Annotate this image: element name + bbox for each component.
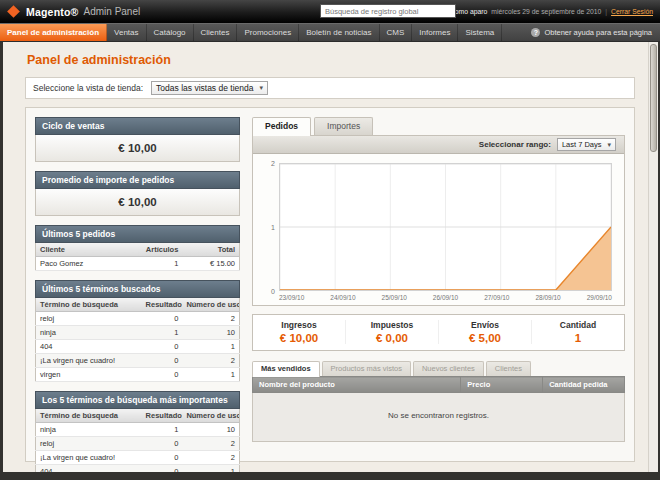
- last-orders-table: ClienteArtículosTotal Paco Gomez1€ 15.00: [35, 243, 240, 271]
- stat-label: Envíos: [439, 320, 531, 330]
- window-frame-bottom: [0, 472, 660, 480]
- last-search-terms-panel: Últimos 5 términos buscados Término de b…: [35, 280, 240, 382]
- logout-link[interactable]: Cerrar Sesión: [611, 8, 653, 15]
- products-table: Nombre del productoPrecioCantidad pedida…: [252, 376, 625, 442]
- x-axis-label: 24/09/10: [330, 294, 355, 301]
- stat-label: Impuestos: [346, 320, 438, 330]
- nav-item-informes[interactable]: Informes: [412, 24, 458, 41]
- store-view-select[interactable]: Todas las vistas de tienda ▾: [151, 81, 268, 95]
- dashboard-left-column: Ciclo de ventas € 10,00 Promedio de impo…: [35, 117, 240, 452]
- page-title: Panel de administración: [27, 53, 635, 67]
- chart-toolbar: Seleccionar rango: Last 7 Days ▾: [253, 136, 624, 154]
- range-label: Seleccionar rango:: [479, 140, 551, 149]
- dropdown-arrow-icon: ▾: [607, 141, 611, 149]
- session-info: Accedió como aparo miércoles 29 de septi…: [425, 8, 653, 15]
- divider: |: [605, 8, 607, 15]
- y-axis-label: 0: [260, 288, 275, 295]
- lifetime-sales-panel: Ciclo de ventas € 10,00: [35, 117, 240, 162]
- column-header: Total: [182, 243, 239, 257]
- last-orders-panel: Últimos 5 pedidos ClienteArtículosTotal …: [35, 225, 240, 271]
- column-header: Artículos: [138, 243, 183, 257]
- stat-value: € 0,00: [346, 332, 438, 344]
- table-row: ¡La virgen que cuadro!02: [36, 451, 240, 465]
- nav-item-bolet-n-de-noticias[interactable]: Boletín de noticias: [299, 24, 379, 41]
- store-view-bar: Seleccione la vista de tienda: Todas las…: [25, 77, 635, 99]
- tab-productos-m-s-vistos[interactable]: Productos más vistos: [322, 361, 411, 376]
- tab-clientes[interactable]: Clientes: [486, 361, 531, 376]
- column-header: Número de usos: [182, 298, 239, 312]
- stat-value: € 5,00: [439, 332, 531, 344]
- global-search-input[interactable]: [320, 4, 456, 18]
- dashboard-card: Ciclo de ventas € 10,00 Promedio de impo…: [25, 107, 635, 462]
- main-nav: Panel de administraciónVentasCatálogoCli…: [0, 23, 660, 42]
- table-row: reloj02: [36, 312, 240, 326]
- nav-item-panel-de-administraci-n[interactable]: Panel de administración: [0, 24, 107, 41]
- column-header: Resultados: [142, 298, 183, 312]
- stat-ingresos: Ingresos€ 10,00: [253, 320, 345, 344]
- y-axis-label: 2: [260, 160, 275, 167]
- scrollbar-thumb[interactable]: [650, 44, 657, 152]
- tab-pedidos[interactable]: Pedidos: [252, 117, 311, 136]
- nav-item-promociones[interactable]: Promociones: [237, 24, 299, 41]
- totals-bar: Ingresos€ 10,00Impuestos€ 0,00Envíos€ 5,…: [252, 314, 625, 351]
- stat-env-os: Envíos€ 5,00: [438, 320, 531, 344]
- x-axis-label: 28/09/10: [535, 294, 560, 301]
- y-axis-label: 1: [260, 224, 275, 231]
- nav-item-clientes[interactable]: Clientes: [194, 24, 238, 41]
- tab-nuevos-clientes[interactable]: Nuevos clientes: [413, 361, 484, 376]
- panel-title: Los 5 términos de búsqueda más important…: [35, 391, 240, 409]
- store-view-value: Todas las vistas de tienda: [156, 83, 253, 93]
- range-select[interactable]: Last 7 Days ▾: [557, 138, 616, 151]
- nav-item-sistema[interactable]: Sistema: [458, 24, 502, 41]
- stat-cantidad: Cantidad1: [531, 320, 624, 344]
- table-row: reloj02: [36, 437, 240, 451]
- chart-x-axis: 23/09/1024/09/1025/09/1026/09/1027/09/10…: [279, 294, 612, 301]
- stat-value: 1: [532, 332, 624, 344]
- x-axis-label: 25/09/10: [382, 294, 407, 301]
- x-axis-label: 29/09/10: [587, 294, 612, 301]
- table-row: virgen01: [36, 368, 240, 382]
- panel-title: Últimos 5 pedidos: [35, 225, 240, 243]
- scrollbar[interactable]: [648, 42, 658, 472]
- range-value: Last 7 Days: [562, 140, 602, 149]
- content-area: Panel de administración Seleccione la vi…: [3, 42, 648, 472]
- nav-item-ventas[interactable]: Ventas: [107, 24, 146, 41]
- top-header: Magento® Admin Panel Accedió como aparo …: [0, 0, 660, 23]
- stat-impuestos: Impuestos€ 0,00: [345, 320, 438, 344]
- panel-title: Promedio de importe de pedidos: [35, 171, 240, 189]
- x-axis-label: 23/09/10: [279, 294, 304, 301]
- chart-tabs: Pedidos Importes: [252, 117, 625, 135]
- nav-items: Panel de administraciónVentasCatálogoCli…: [0, 24, 502, 41]
- top-search-terms-panel: Los 5 términos de búsqueda más important…: [35, 391, 240, 480]
- tab-importes[interactable]: Importes: [314, 117, 373, 135]
- help-icon: ?: [531, 28, 540, 37]
- chart-plot: 210: [279, 163, 612, 291]
- column-header: Nombre del producto: [253, 377, 461, 393]
- column-header: Precio: [461, 377, 543, 393]
- orders-chart: 210 23/09/1024/09/1025/09/1026/09/1027/0…: [253, 154, 624, 305]
- logo-subtext: Admin Panel: [84, 6, 141, 17]
- column-header: Cantidad pedida: [543, 377, 625, 393]
- average-orders-value: € 10,00: [35, 189, 240, 216]
- x-axis-label: 26/09/10: [433, 294, 458, 301]
- column-header: Término de búsqueda: [36, 298, 142, 312]
- nav-item-cat-logo[interactable]: Catálogo: [147, 24, 194, 41]
- header-date: miércoles 29 de septiembre de 2010: [491, 8, 601, 15]
- top-search-terms-table: Término de búsquedaResultadosNúmero de u…: [35, 409, 240, 480]
- dropdown-arrow-icon: ▾: [259, 84, 263, 92]
- store-view-label: Seleccione la vista de tienda:: [33, 83, 143, 93]
- table-row: ninja110: [36, 326, 240, 340]
- x-axis-label: 27/09/10: [484, 294, 509, 301]
- empty-row: No se encontraron registros.: [253, 393, 625, 442]
- help-link[interactable]: ? Obtener ayuda para esta página: [523, 24, 660, 41]
- average-orders-panel: Promedio de importe de pedidos € 10,00: [35, 171, 240, 216]
- stat-value: € 10,00: [253, 332, 345, 344]
- magento-logo: Magento® Admin Panel: [7, 6, 140, 18]
- logo-text: Magento®: [26, 6, 79, 18]
- tab-m-s-vendidos[interactable]: Más vendidos: [252, 361, 320, 377]
- panel-title: Ciclo de ventas: [35, 117, 240, 135]
- magento-logo-icon: [7, 5, 20, 18]
- empty-message: No se encontraron registros.: [253, 393, 625, 442]
- nav-item-cms[interactable]: CMS: [380, 24, 413, 41]
- column-header: Término de búsqueda: [36, 409, 142, 423]
